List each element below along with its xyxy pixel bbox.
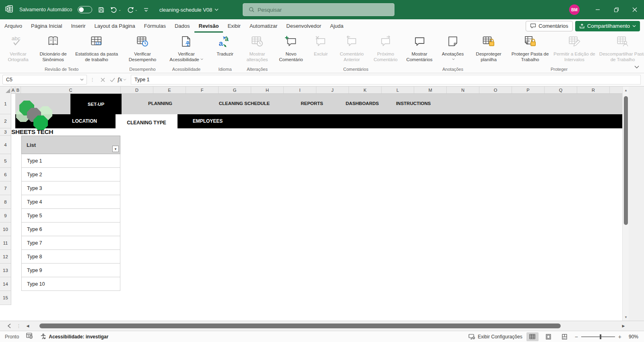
mostrar-alteracoes-button[interactable]: Mostrar alterações [242,33,273,62]
view-page-break-button[interactable] [559,332,571,341]
nav-tab-reports[interactable]: REPORTS [301,101,323,106]
permitir-a-edicao-de-intervalos-button[interactable]: Permitir a Edição de Intervalos [552,33,597,62]
verificar-ortografia-button[interactable]: abc Verificar Ortografia [2,33,34,62]
column-header[interactable]: F [186,87,219,93]
menu-ajuda[interactable]: Ajuda [326,19,348,33]
zoom-level[interactable]: 90% [625,334,638,340]
menu-layout-da-pagina[interactable]: Layout da Página [90,19,140,33]
column-header[interactable]: G [219,87,251,93]
nav-tab-dashboards[interactable]: DASHBOARDS [346,101,379,106]
horizontal-scrollbar-thumb[interactable] [39,323,561,328]
row-header[interactable]: 3 [0,128,11,136]
menu-dados[interactable]: Dados [170,19,194,33]
vertical-scrollbar[interactable]: ▲ ▼ [622,87,629,321]
row-header[interactable]: 7 [0,181,11,195]
menu-automatizar[interactable]: Automatizar [245,19,282,33]
view-normal-button[interactable] [526,332,539,341]
minimize-button[interactable] [588,0,607,19]
save-button[interactable] [98,6,105,13]
column-header[interactable]: E [153,87,186,93]
row-header[interactable]: 8 [0,195,11,209]
column-header[interactable]: I [284,87,316,93]
document-title[interactable]: cleaning-schedule V08 [159,7,219,13]
row-header[interactable]: 10 [0,223,11,236]
scroll-down-icon[interactable]: ▼ [623,313,629,321]
column-header[interactable]: L [382,87,414,93]
desproteger-planilha-button[interactable]: Desproteger planilha [469,33,508,62]
column-header[interactable]: C [21,87,121,93]
row-header[interactable]: 5 [0,154,11,168]
list-table-row[interactable]: Type 9 [21,264,120,277]
search-input[interactable]: Pesquisar [243,3,394,16]
menu-inserir[interactable]: Inserir [66,19,90,33]
name-box[interactable]: C5 [2,75,87,84]
novo-comentario-button[interactable]: Novo Comentário [275,33,307,62]
list-table-row[interactable]: Type 1 [21,154,120,168]
proteger-pasta-de-trabalho-button[interactable]: Proteger Pasta de Trabalho [508,33,552,62]
collapse-ribbon-button[interactable] [634,63,639,70]
mostrar-comentarios-button[interactable]: Mostrar Comentários [402,33,436,62]
estatisticas-da-pasta-de-trabalho-button[interactable]: 123 Estatísticas da pasta de trabalho [72,33,121,62]
view-page-layout-button[interactable] [543,332,555,341]
share-button[interactable]: Compartilhamento [575,21,640,31]
comentario-anterior-button[interactable]: Comentário Anterior [335,33,369,62]
zoom-out-button[interactable]: − [575,334,578,340]
menu-desenvolvedor[interactable]: Desenvolvedor [282,19,326,33]
row-header[interactable]: 9 [0,209,11,223]
display-settings-button[interactable]: Exibir Configurações [469,334,522,340]
horizontal-scrollbar[interactable] [31,321,619,331]
list-table-row[interactable]: Type 5 [21,209,120,223]
nav-tab-cleaning-type[interactable]: CLEANING TYPE [116,114,178,131]
column-header[interactable]: H [251,87,284,93]
redo-dropdown-chevron-icon[interactable]: ⌄ [135,8,138,12]
column-header[interactable]: M [414,87,447,93]
sheet-tab-splitter[interactable]: ⋮ [17,323,21,329]
nav-tab-employees[interactable]: EMPLOYEES [193,118,223,124]
confirm-entry-button[interactable] [107,78,117,82]
list-table-row[interactable]: Type 6 [21,223,120,236]
row-header[interactable]: 12 [0,250,11,264]
traduzir-button[interactable]: aà Traduzir [211,33,239,57]
restore-button[interactable] [607,0,625,19]
row-header[interactable]: 6 [0,168,11,181]
zoom-in-button[interactable]: + [618,334,621,340]
list-filter-dropdown[interactable]: ▾ [112,146,119,152]
list-table-row[interactable]: Type 2 [21,168,120,181]
menu-revisao[interactable]: Revisão [194,19,223,33]
list-table-row[interactable]: Type 7 [21,236,120,250]
row-header[interactable]: 4 [0,136,11,154]
select-all-corner[interactable] [0,87,11,94]
list-table-row[interactable]: Type 4 [21,195,120,209]
verificar-desempenho-button[interactable]: Verificar Desempenho [123,33,162,62]
close-button[interactable] [625,0,644,19]
row-header[interactable]: 11 [0,236,11,250]
accessibility-status[interactable]: Acessibilidade: investigar [40,334,108,340]
insert-function-button[interactable]: fx [117,76,127,83]
column-header[interactable]: P [512,87,545,93]
comments-button[interactable]: Comentários [526,21,573,31]
scroll-right-icon[interactable]: ▶ [621,324,626,328]
macro-record-icon[interactable] [26,333,33,340]
vertical-scrollbar-thumb[interactable] [624,96,628,225]
formula-bar-splitter[interactable]: ⋮ [90,77,95,82]
cancel-entry-button[interactable] [98,78,107,82]
zoom-slider-thumb[interactable] [600,334,601,339]
sheet-nav-left-icon[interactable] [7,323,11,328]
column-header[interactable]: O [479,87,512,93]
nav-tab-instructions[interactable]: INSTRUCTIONS [396,101,431,106]
dicionario-de-sinonimos-button[interactable]: Dicionário de Sinônimos [34,33,72,62]
column-header[interactable]: A [11,87,15,93]
column-header[interactable]: K [349,87,382,93]
nav-tab-planning[interactable]: PLANNING [148,101,172,106]
menu-exibir[interactable]: Exibir [223,19,245,33]
menu-pagina-inicial[interactable]: Página Inicial [27,19,66,33]
proximo-comentario-button[interactable]: Próximo Comentário [369,33,402,62]
list-table-row[interactable]: Type 3 [21,181,120,195]
excel-app-icon[interactable] [5,4,14,15]
column-header[interactable]: J [316,87,349,93]
row-header[interactable]: 1 [0,94,11,114]
list-table-row[interactable]: Type 8 [21,250,120,264]
list-table-row[interactable]: Type 10 [21,277,120,291]
quick-access-toolbar-icon[interactable] [143,7,149,12]
nav-tab-cleaning-schedule[interactable]: CLEANING SCHEDULE [219,101,270,106]
